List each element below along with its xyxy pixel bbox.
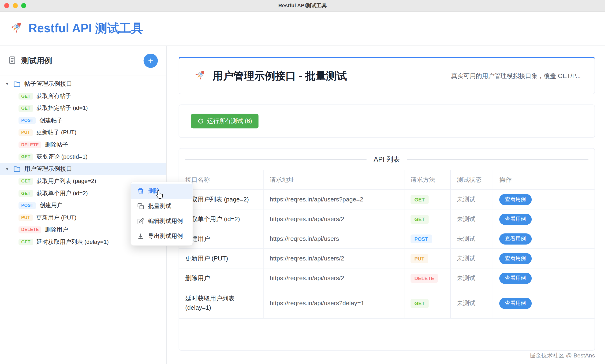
run-all-tests-label: 运行所有测试 (6): [207, 117, 252, 125]
window-controls: [0, 3, 26, 8]
test-case-label: 获取用户列表 (page=2): [37, 178, 96, 185]
api-method-cell: GET: [404, 288, 451, 318]
minimize-window-button[interactable]: [13, 3, 18, 8]
method-badge: DELETE: [18, 226, 41, 233]
tree-item[interactable]: GET 获取所有帖子: [0, 90, 166, 102]
tree-item[interactable]: PUT 更新帖子 (PUT): [0, 127, 166, 139]
method-badge: PUT: [410, 254, 428, 263]
tree-item[interactable]: POST 创建帖子: [0, 114, 166, 127]
folder-label: 帖子管理示例接口: [24, 80, 72, 88]
tree-item[interactable]: DELETE 删除帖子: [0, 139, 166, 151]
view-case-button[interactable]: 查看用例: [499, 273, 532, 284]
page-title: 用户管理示例接口 - 批量测试: [212, 69, 347, 83]
menu-item-edit-case[interactable]: 编辑测试用例: [131, 214, 192, 229]
method-badge: GET: [18, 178, 33, 185]
api-list-title: API 列表: [374, 155, 400, 164]
view-case-button[interactable]: 查看用例: [499, 213, 532, 225]
run-card: 运行所有测试 (6): [179, 104, 595, 138]
caret-down-icon: ▾: [5, 81, 10, 86]
api-method-cell: POST: [404, 229, 451, 248]
column-header: 测试状态: [451, 170, 493, 189]
column-header: 请求方法: [404, 170, 451, 189]
test-case-label: 创建帖子: [39, 117, 63, 124]
view-case-button[interactable]: 查看用例: [499, 298, 532, 309]
test-case-label: 获取单个用户 (id=2): [37, 190, 88, 197]
zoom-window-button[interactable]: [21, 3, 26, 8]
table-row: 获取用户列表 (page=2) https://reqres.in/api/us…: [179, 190, 594, 209]
test-case-label: 获取指定帖子 (id=1): [37, 105, 88, 112]
api-name-cell: 删除用户: [179, 268, 263, 288]
trash-icon: [137, 188, 144, 195]
method-badge: DELETE: [410, 273, 438, 283]
app-header: Restful API 测试工具: [0, 12, 605, 45]
api-url-cell: https://reqres.in/api/users/2: [263, 209, 404, 229]
divider-line: [407, 159, 589, 159]
method-badge: GET: [18, 190, 33, 197]
rocket-icon: [193, 68, 207, 84]
test-case-label: 获取评论 (postId=1): [37, 153, 88, 160]
actions-cell: 查看用例: [493, 268, 594, 288]
main-content: 用户管理示例接口 - 批量测试 真实可用的用户管理模拟接口集，覆盖 GET/P.…: [167, 46, 605, 364]
page-description: 真实可用的用户管理模拟接口集，覆盖 GET/P...: [451, 72, 581, 80]
api-url-cell: https://reqres.in/api/users/2: [263, 249, 404, 268]
view-case-button[interactable]: 查看用例: [499, 194, 532, 205]
app-window: Restful API测试工具 Restful API 测试工具: [0, 0, 605, 364]
method-badge: GET: [18, 105, 33, 112]
table-row: 删除用户 https://reqres.in/api/users/2 DELET…: [179, 268, 594, 288]
menu-item-export-case[interactable]: 导出测试用例: [131, 229, 192, 244]
export-icon: [137, 233, 144, 240]
mouse-cursor: [155, 190, 164, 199]
test-status-cell: 未测试: [451, 229, 493, 248]
tree-folder-posts[interactable]: ▾ 帖子管理示例接口: [0, 78, 166, 90]
test-status-cell: 未测试: [451, 288, 493, 318]
tree-item[interactable]: GET 获取评论 (postId=1): [0, 151, 166, 163]
method-badge: GET: [18, 93, 33, 100]
plus-icon: +: [148, 56, 153, 65]
table-row: 创建用户 https://reqres.in/api/users POST 未测…: [179, 229, 594, 249]
sidebar-header: 测试用例 +: [0, 46, 166, 76]
column-header: 操作: [493, 170, 594, 189]
actions-cell: 查看用例: [493, 249, 594, 268]
run-all-tests-button[interactable]: 运行所有测试 (6): [191, 114, 259, 129]
actions-cell: 查看用例: [493, 229, 594, 248]
method-badge: GET: [18, 238, 33, 245]
api-method-cell: DELETE: [404, 268, 451, 288]
method-badge: DELETE: [18, 142, 41, 148]
api-url-cell: https://reqres.in/api/users?delay=1: [263, 288, 404, 318]
close-window-button[interactable]: [4, 3, 9, 8]
test-status-cell: 未测试: [451, 249, 493, 268]
tree-item[interactable]: GET 获取指定帖子 (id=1): [0, 102, 166, 114]
api-method-cell: GET: [404, 209, 451, 229]
api-method-cell: PUT: [404, 249, 451, 268]
view-case-button[interactable]: 查看用例: [499, 233, 532, 244]
method-badge: GET: [410, 299, 429, 308]
notepad-icon: [8, 55, 17, 66]
table-row: 延时获取用户列表 (delay=1) https://reqres.in/api…: [179, 288, 594, 319]
edit-icon: [137, 218, 144, 224]
test-case-label: 删除帖子: [45, 141, 68, 148]
actions-cell: 查看用例: [493, 288, 594, 318]
folder-icon: [13, 165, 21, 173]
menu-item-batch-test[interactable]: 批量测试: [131, 199, 192, 214]
divider-line: [185, 159, 367, 159]
more-actions-icon[interactable]: ···: [154, 166, 161, 173]
api-name-cell: 更新用户 (PUT): [179, 249, 263, 268]
method-badge: POST: [410, 234, 432, 243]
app-title: Restful API 测试工具: [29, 20, 143, 36]
test-case-label: 删除用户: [45, 226, 68, 233]
add-test-case-button[interactable]: +: [144, 54, 158, 68]
test-case-label: 更新帖子 (PUT): [36, 129, 77, 136]
window-title: Restful API测试工具: [0, 2, 605, 9]
column-header: 请求地址: [263, 170, 404, 189]
test-case-label: 获取所有帖子: [37, 92, 71, 100]
test-status-cell: 未测试: [451, 190, 493, 209]
api-url-cell: https://reqres.in/api/users?page=2: [263, 190, 404, 209]
view-case-button[interactable]: 查看用例: [499, 253, 532, 264]
table-header-row: 接口名称 请求地址 请求方法 测试状态 操作: [179, 170, 594, 190]
test-case-label: 创建用户: [39, 202, 63, 209]
watermark: 掘金技术社区 @ BestAns: [529, 352, 595, 359]
tree-folder-users[interactable]: ▾ 用户管理示例接口 ···: [0, 163, 166, 175]
method-badge: GET: [410, 195, 429, 204]
refresh-icon: [197, 118, 204, 124]
sidebar-title: 测试用例: [21, 55, 52, 66]
